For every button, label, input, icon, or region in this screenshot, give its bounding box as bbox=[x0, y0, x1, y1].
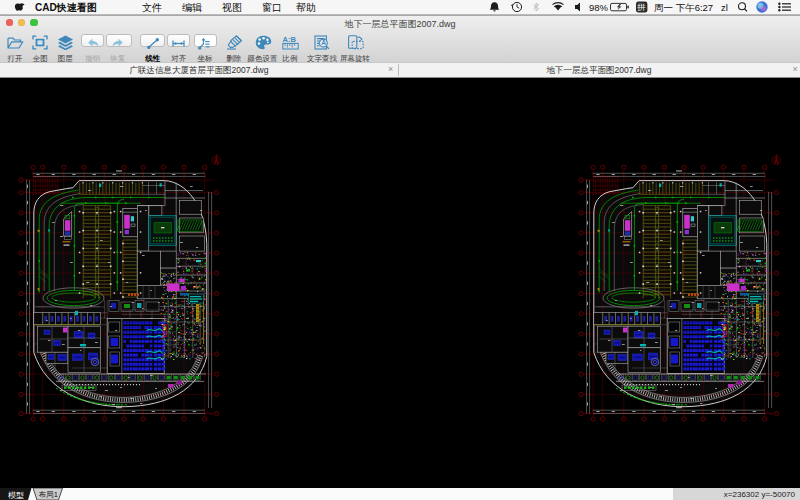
svg-text:布局1: 布局1 bbox=[39, 490, 58, 499]
svg-text:A: A bbox=[321, 39, 326, 46]
svg-text:zl: zl bbox=[721, 2, 728, 13]
svg-text:模型: 模型 bbox=[8, 491, 24, 500]
svg-text:周一 下午6:27: 周一 下午6:27 bbox=[654, 2, 713, 13]
svg-text:拼: 拼 bbox=[636, 3, 645, 12]
svg-text:A:B: A:B bbox=[282, 35, 296, 44]
svg-text:98%: 98% bbox=[589, 2, 609, 13]
